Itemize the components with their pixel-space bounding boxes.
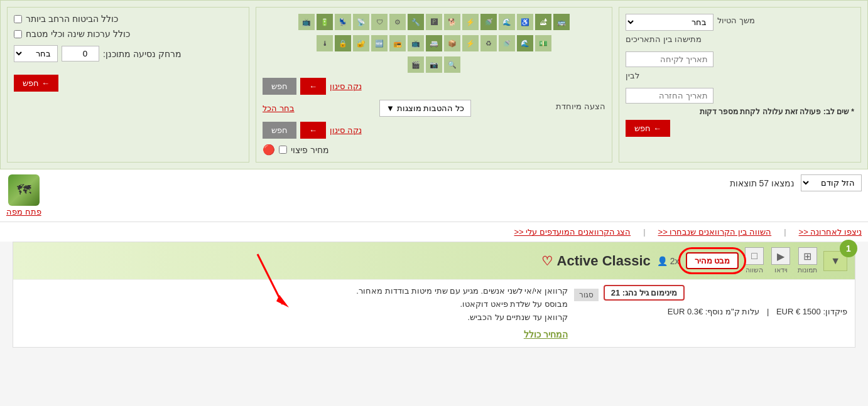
distance-row: מרחק נסיעה מתוכנן: בחר bbox=[14, 45, 242, 62]
quick-view-button[interactable]: מבט מהיר bbox=[686, 252, 739, 269]
amenity-icon-elec2[interactable]: ⚡ bbox=[462, 35, 479, 51]
amenity-icon-settings[interactable]: ⚙ bbox=[389, 14, 406, 30]
result-detail: מינימום גיל נהג: 21 סגור פיקדון: EUR € 1… bbox=[13, 279, 855, 347]
price-checkbox[interactable] bbox=[279, 146, 287, 154]
results-count: נמצאו 57 תוצאות bbox=[730, 178, 795, 188]
amenity-icon-signal[interactable]: 📡 bbox=[353, 14, 369, 30]
amenity-icon-shower[interactable]: 🚿 bbox=[480, 14, 497, 30]
distance-input[interactable] bbox=[62, 46, 99, 61]
amenity-icon-camera[interactable]: 📷 bbox=[426, 56, 442, 73]
to-label: לבין bbox=[626, 71, 639, 80]
select-all-link[interactable]: בחר הכל bbox=[263, 104, 295, 113]
amenity-icon-film[interactable]: 🎬 bbox=[408, 56, 424, 73]
insurance-label: כולל הביטוח הרחב ביותר bbox=[26, 14, 118, 24]
map-button[interactable]: 🗺 פתח מפה bbox=[6, 174, 41, 216]
amenity-icon-camp[interactable]: 🏕 bbox=[535, 14, 551, 30]
amenity-icon-box[interactable]: 📦 bbox=[444, 35, 460, 51]
amenity-icon-money[interactable]: 💵 bbox=[535, 35, 551, 51]
result-header: 1 ▼ ⊞ תמונות ▶ וידאו □ השווה bbox=[13, 242, 855, 279]
amenity-icon-new[interactable]: 🆕 bbox=[371, 35, 388, 51]
amenity-icon-pet[interactable]: 🐕 bbox=[444, 14, 460, 30]
date-to-row bbox=[626, 88, 854, 104]
photos-label: תמונות bbox=[798, 266, 817, 274]
video-icon: ▶ bbox=[771, 247, 790, 265]
map-section: הזל קודם היקר קודם מיין לפי שם נמצאו 57 … bbox=[0, 169, 868, 222]
compare-icon-item[interactable]: □ השווה bbox=[745, 247, 764, 274]
nav-link-favorites[interactable]: הצג הקרוואנים המועדפים עלי << bbox=[514, 227, 631, 237]
middle-search-btn2[interactable]: חפש bbox=[263, 122, 296, 139]
kitchen-checkbox-row: כולל ערכות שינה וכלי מטבח bbox=[14, 29, 242, 39]
nav-link-viewed[interactable]: ניצפו לאחרונה << bbox=[799, 227, 862, 237]
kitchen-checkbox[interactable] bbox=[14, 30, 22, 38]
amenity-icon-wave[interactable]: 🌊 bbox=[517, 35, 533, 51]
distance-select[interactable]: בחר bbox=[14, 45, 58, 62]
nav-sep1: | bbox=[784, 227, 786, 237]
amenity-icon-shield[interactable]: 🛡 bbox=[371, 14, 388, 30]
amenity-icon-battery[interactable]: 🔋 bbox=[317, 14, 333, 30]
price-btn-wrapper: מבט מהיר bbox=[686, 252, 739, 269]
note-text: * שים לב: פעולה זאת עלולה לקחת מספר דקות bbox=[626, 107, 854, 116]
header-icons: ⊞ תמונות ▶ וידאו □ השווה bbox=[745, 247, 817, 274]
amenity-icon-radio[interactable]: 📻 bbox=[389, 35, 406, 51]
middle-panel: 🚌 🏕 ♿ 🌊 🚿 ⚡ 🐕 🅿 🔧 ⚙ 🛡 📡 💺 🔋 📺 💵 🌊 🚿 ♻ ⚡ … bbox=[256, 7, 612, 163]
closed-badge: סגור bbox=[574, 289, 599, 301]
heart-icon[interactable]: ♡ bbox=[541, 254, 553, 268]
price-checkbox-row: מחיר פיצוי 🔴 bbox=[263, 144, 605, 156]
chevron-down-icon: ▼ bbox=[386, 104, 394, 113]
amenity-icon-lock2[interactable]: 🔒 bbox=[335, 35, 351, 51]
middle-search-btn1[interactable]: חפש bbox=[263, 78, 296, 95]
video-icon-item[interactable]: ▶ וידאו bbox=[771, 247, 790, 274]
total-price-link[interactable]: המחיר כולל bbox=[524, 329, 568, 339]
vehicle-select[interactable]: בחר bbox=[626, 14, 713, 31]
amenity-icon-temp[interactable]: 🌡 bbox=[317, 35, 333, 51]
result-title: Active Classic ♡ bbox=[21, 253, 651, 269]
clear-filter-link2[interactable]: נקה סינון bbox=[330, 126, 362, 135]
photos-icon-item[interactable]: ⊞ תמונות bbox=[798, 247, 817, 274]
deposit-label: פיקדון: bbox=[823, 307, 847, 316]
top-section: משך הטיול בחר מתישהו בין התאריכים לבין *… bbox=[0, 0, 868, 169]
amenity-icon-tv[interactable]: 📺 bbox=[298, 14, 315, 30]
amenity-icon-van[interactable]: 🚐 bbox=[426, 35, 442, 51]
desc-line1: קרוואן אי/אי לשני אנשים. מגיע עם שתי מיט… bbox=[21, 285, 568, 298]
detail-prices: פיקדון: EUR € 1500 | עלות ק"מ נוסף: EUR … bbox=[574, 307, 847, 316]
order-select[interactable]: הזל קודם היקר קודם מיין לפי שם bbox=[801, 174, 862, 191]
amenity-icon-parking[interactable]: 🅿 bbox=[426, 14, 442, 30]
right-search-button[interactable]: ← חפש bbox=[14, 75, 58, 92]
dropdown-btn[interactable]: כל ההטבות מוצגות ▼ bbox=[379, 100, 471, 117]
dates-row: מתישהו בין התאריכים bbox=[626, 35, 854, 48]
amenity-icon-bus[interactable]: 🚌 bbox=[553, 14, 570, 30]
person-count: 2x 👤 bbox=[657, 256, 680, 266]
left-panel: משך הטיול בחר מתישהו בין התאריכים לבין *… bbox=[619, 7, 861, 163]
amenity-icon-lock[interactable]: 🔐 bbox=[353, 35, 369, 51]
nav-link-compare[interactable]: השווה בין הקרוואנים שנבחרו << bbox=[658, 227, 772, 237]
detail-description: קרוואן אי/אי לשני אנשים. מגיע עם שתי מיט… bbox=[21, 285, 568, 342]
kitchen-label: כולל ערכות שינה וכלי מטבח bbox=[26, 29, 130, 39]
left-search-button[interactable]: ← חפש bbox=[626, 120, 670, 137]
insurance-checkbox[interactable] bbox=[14, 15, 22, 23]
distance-label: מרחק נסיעה מתוכנן: bbox=[103, 49, 182, 59]
middle-back-btn2[interactable]: ← bbox=[300, 122, 326, 139]
nav-links: ניצפו לאחרונה << | השווה בין הקרוואנים ש… bbox=[0, 222, 868, 242]
amenity-icon-search[interactable]: 🔍 bbox=[444, 56, 460, 73]
date-from-input[interactable] bbox=[626, 51, 713, 67]
special-label: הצעה מיוחדת bbox=[556, 102, 605, 111]
deposit-value: EUR € 1500 bbox=[776, 307, 821, 316]
amenity-icon-shower2[interactable]: 🚿 bbox=[499, 35, 515, 51]
middle-back-btn1[interactable]: ← bbox=[300, 78, 326, 95]
amenity-icon-tv2[interactable]: 📺 bbox=[408, 35, 424, 51]
amenity-icon-electric[interactable]: ⚡ bbox=[462, 14, 479, 30]
clear-filter-link1[interactable]: נקה סינון bbox=[330, 82, 362, 91]
amenity-icon-tools[interactable]: 🔧 bbox=[408, 14, 424, 30]
amenity-icon-accessible[interactable]: ♿ bbox=[517, 14, 533, 30]
amenity-icon-recycle[interactable]: ♻ bbox=[480, 35, 497, 51]
amenity-icon-seat[interactable]: 💺 bbox=[335, 14, 351, 30]
photos-icon: ⊞ bbox=[798, 247, 817, 265]
map-link[interactable]: פתח מפה bbox=[6, 207, 41, 216]
middle-search-row1: נקה סינון ← חפש bbox=[263, 78, 605, 95]
order-section: הזל קודם היקר קודם מיין לפי שם נמצאו 57 … bbox=[730, 174, 862, 191]
date-to-input[interactable] bbox=[626, 88, 713, 104]
left-btn-group: ← חפש bbox=[626, 120, 854, 137]
amenities-icons-row2: 💵 🌊 🚿 ♻ ⚡ 📦 🚐 📺 📻 🆕 🔐 🔒 🌡 bbox=[263, 35, 605, 51]
amenity-icon-water[interactable]: 🌊 bbox=[499, 14, 515, 30]
search-icon: ← bbox=[653, 124, 661, 133]
